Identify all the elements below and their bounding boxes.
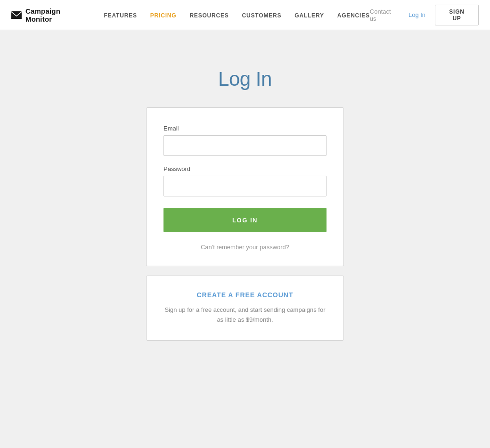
nav-link-pricing[interactable]: PRICING <box>150 12 177 19</box>
nav-item-pricing[interactable]: PRICING <box>150 11 177 19</box>
create-account-description: Sign up for a free account, and start se… <box>163 305 327 325</box>
nav-link-resources[interactable]: RESOURCES <box>189 12 229 19</box>
nav-item-features[interactable]: FEATURES <box>104 11 137 19</box>
site-header: Campaign Monitor FEATURES PRICING RESOUR… <box>0 0 490 30</box>
header-left: Campaign Monitor FEATURES PRICING RESOUR… <box>11 7 370 23</box>
password-input[interactable] <box>163 176 327 196</box>
nav-item-resources[interactable]: RESOURCES <box>189 11 229 19</box>
nav-link-agencies[interactable]: AGENCIES <box>337 12 370 19</box>
forgot-password-link[interactable]: Can't remember your password? <box>201 244 289 251</box>
nav-item-agencies[interactable]: AGENCIES <box>337 11 370 19</box>
nav-item-gallery[interactable]: GALLERY <box>294 11 324 19</box>
logo-icon <box>11 11 22 19</box>
main-content: Log In Email Password LOG IN Can't remem… <box>0 30 490 369</box>
nav-link-gallery[interactable]: GALLERY <box>294 12 324 19</box>
create-account-title: CREATE A FREE ACCOUNT <box>163 291 327 299</box>
logo[interactable]: Campaign Monitor <box>11 7 89 23</box>
signup-button[interactable]: SIGN UP <box>435 5 479 25</box>
logo-text: Campaign Monitor <box>25 7 89 23</box>
nav-list: FEATURES PRICING RESOURCES CUSTOMERS GAL… <box>104 11 370 19</box>
login-link[interactable]: Log In <box>408 11 425 18</box>
login-button[interactable]: LOG IN <box>163 208 327 232</box>
login-card: Email Password LOG IN Can't remember you… <box>146 107 344 266</box>
contact-us-link[interactable]: Contact us <box>370 8 399 22</box>
password-label: Password <box>163 165 327 172</box>
header-right: Contact us Log In SIGN UP <box>370 5 479 25</box>
email-form-group: Email <box>163 125 327 156</box>
create-account-card[interactable]: CREATE A FREE ACCOUNT Sign up for a free… <box>146 276 344 341</box>
email-input[interactable] <box>163 135 327 156</box>
main-nav: FEATURES PRICING RESOURCES CUSTOMERS GAL… <box>104 11 370 19</box>
password-form-group: Password <box>163 165 327 196</box>
nav-link-customers[interactable]: CUSTOMERS <box>242 12 282 19</box>
nav-item-customers[interactable]: CUSTOMERS <box>242 11 282 19</box>
forgot-password-area: Can't remember your password? <box>163 244 327 251</box>
nav-link-features[interactable]: FEATURES <box>104 12 137 19</box>
email-label: Email <box>163 125 327 132</box>
page-title: Log In <box>218 68 272 90</box>
